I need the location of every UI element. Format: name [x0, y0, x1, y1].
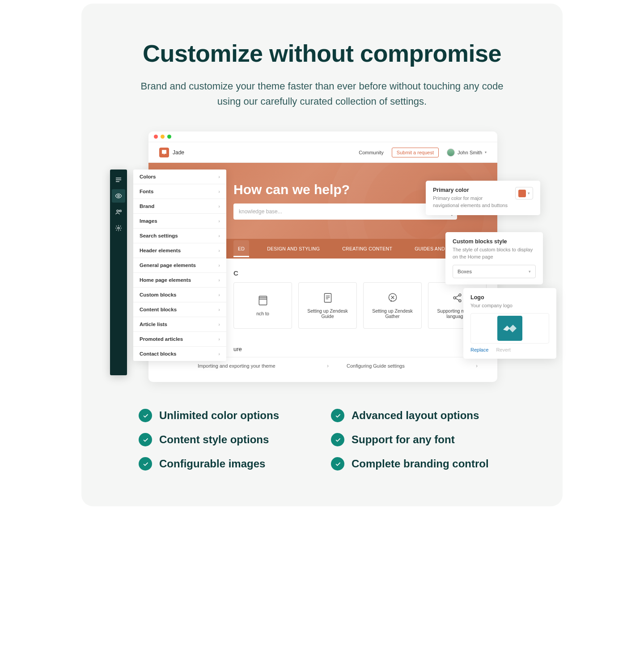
check-icon [331, 409, 344, 422]
color-swatch-icon [518, 190, 526, 197]
feature-item: Advanced layout options [331, 409, 505, 422]
logo-mark-icon [502, 323, 518, 334]
svg-point-9 [118, 227, 119, 229]
setting-label: Images [140, 218, 157, 224]
color-picker[interactable]: ▾ [515, 187, 533, 199]
svg-point-3 [453, 297, 456, 299]
footer-link[interactable]: Configuring Guide settings › [338, 363, 487, 369]
footer-link[interactable]: Importing and exporting your theme › [189, 363, 338, 369]
nav-community-link[interactable]: Community [359, 150, 384, 155]
article-card[interactable]: nch to [233, 282, 292, 329]
avatar-icon [447, 148, 455, 157]
toolbar-users-button[interactable] [112, 205, 125, 219]
article-card[interactable]: Setting up Zendesk Guide [298, 282, 357, 329]
setting-item-search-settings[interactable]: Search settings› [133, 229, 226, 243]
svg-rect-1 [324, 293, 331, 302]
brand-name: Jade [173, 149, 184, 156]
card-title: Setting up Zendesk Guide [302, 308, 353, 319]
toolbar-preview-button[interactable] [112, 189, 125, 203]
setting-item-home-page-elements[interactable]: Home page elements› [133, 273, 226, 288]
chevron-right-icon: › [218, 218, 220, 224]
chevron-right-icon: › [218, 322, 220, 327]
hero-subtitle: Brand and customize your theme faster th… [139, 79, 505, 109]
chevron-right-icon: › [218, 248, 220, 253]
custom-blocks-panel: Custom blocks style The style of custom … [445, 232, 543, 284]
setting-label: Brand [140, 204, 154, 209]
submit-request-button[interactable]: Submit a request [392, 148, 439, 157]
setting-label: Promoted articles [140, 336, 183, 342]
check-icon [139, 409, 152, 422]
panel-desc: Primary color for major navigational ele… [433, 195, 510, 209]
primary-color-panel: Primary color Primary color for major na… [426, 181, 540, 215]
setting-item-article-lists[interactable]: Article lists› [133, 317, 226, 332]
maximize-dot-icon[interactable] [167, 135, 171, 139]
user-name-label: John Smith [458, 150, 482, 155]
setting-item-brand[interactable]: Brand› [133, 199, 226, 214]
panel-title: Custom blocks style [453, 238, 536, 245]
chevron-right-icon: › [218, 174, 220, 179]
brand-block[interactable]: Jade [159, 148, 184, 157]
tab-getting-started[interactable]: ED [233, 240, 249, 257]
setting-item-custom-blocks[interactable]: Custom blocks› [133, 288, 226, 302]
chevron-right-icon: › [218, 292, 220, 297]
setting-label: Custom blocks [140, 292, 176, 297]
chevron-down-icon: ▾ [528, 191, 530, 195]
check-icon [139, 457, 152, 471]
setting-item-images[interactable]: Images› [133, 214, 226, 229]
feature-label: Support for any font [352, 433, 455, 446]
topbar-right: Community Submit a request John Smith ▾ [359, 148, 487, 157]
feature-grid: Unlimited color options Advanced layout … [139, 409, 505, 471]
setting-item-contact-blocks[interactable]: Contact blocks› [133, 347, 226, 361]
feature-item: Configurable images [139, 457, 313, 471]
setting-item-colors[interactable]: Colors› [133, 170, 226, 184]
hero-title: Customize without compromise [135, 39, 509, 67]
feature-item: Complete branding control [331, 457, 505, 471]
logo-icon [497, 316, 522, 341]
panel-desc: The style of custom blocks to display on… [453, 246, 536, 260]
toolbar-settings-button[interactable] [112, 221, 125, 235]
check-icon [139, 433, 152, 446]
footer-link-label: Importing and exporting your theme [198, 363, 275, 369]
toolbar-layers-button[interactable] [112, 173, 125, 187]
share-icon [452, 292, 463, 304]
feature-item: Content style options [139, 433, 313, 446]
chat-icon [387, 292, 398, 304]
chevron-right-icon: › [218, 263, 220, 268]
check-icon [331, 433, 344, 446]
setting-item-content-blocks[interactable]: Content blocks› [133, 302, 226, 317]
eye-icon [115, 192, 122, 199]
svg-point-5 [458, 300, 461, 302]
panel-desc: Your company logo [470, 302, 549, 309]
replace-button[interactable]: Replace [470, 347, 488, 352]
panel-title: Logo [470, 294, 549, 301]
setting-item-general-page-elements[interactable]: General page elements› [133, 258, 226, 273]
svg-point-6 [118, 195, 119, 197]
article-card[interactable]: Setting up Zendesk Gather [363, 282, 422, 329]
setting-label: Fonts [140, 189, 153, 194]
chevron-right-icon: › [218, 189, 220, 194]
feature-label: Content style options [159, 433, 269, 446]
blocks-style-select[interactable]: Boxes ▾ [453, 265, 536, 278]
tab-design-styling[interactable]: DESIGN AND STYLING [263, 240, 324, 257]
book-icon [257, 295, 269, 306]
logo-actions: Replace Revert [470, 347, 549, 352]
close-dot-icon[interactable] [154, 135, 158, 139]
search-input[interactable]: knowledge base... [233, 204, 457, 220]
article-cards: nch to Setting up Zendesk Guide Setting … [233, 282, 487, 329]
setting-item-header-elements[interactable]: Header elements› [133, 243, 226, 258]
setting-label: Home page elements [140, 277, 191, 283]
tab-creating-content[interactable]: CREATING CONTENT [338, 240, 397, 257]
user-menu[interactable]: John Smith ▾ [447, 148, 487, 157]
editor-side-toolbar [110, 170, 127, 375]
revert-button[interactable]: Revert [496, 347, 510, 352]
feature-label: Complete branding control [352, 458, 489, 470]
setting-item-promoted-articles[interactable]: Promoted articles› [133, 332, 226, 347]
feature-item: Support for any font [331, 433, 505, 446]
minimize-dot-icon[interactable] [161, 135, 165, 139]
setting-label: Content blocks [140, 307, 177, 312]
setting-item-fonts[interactable]: Fonts› [133, 184, 226, 199]
select-value: Boxes [458, 269, 472, 274]
hero-section: Customize without compromise Brand and c… [81, 39, 563, 109]
setting-label: Colors [140, 174, 156, 179]
feature-item: Unlimited color options [139, 409, 313, 422]
